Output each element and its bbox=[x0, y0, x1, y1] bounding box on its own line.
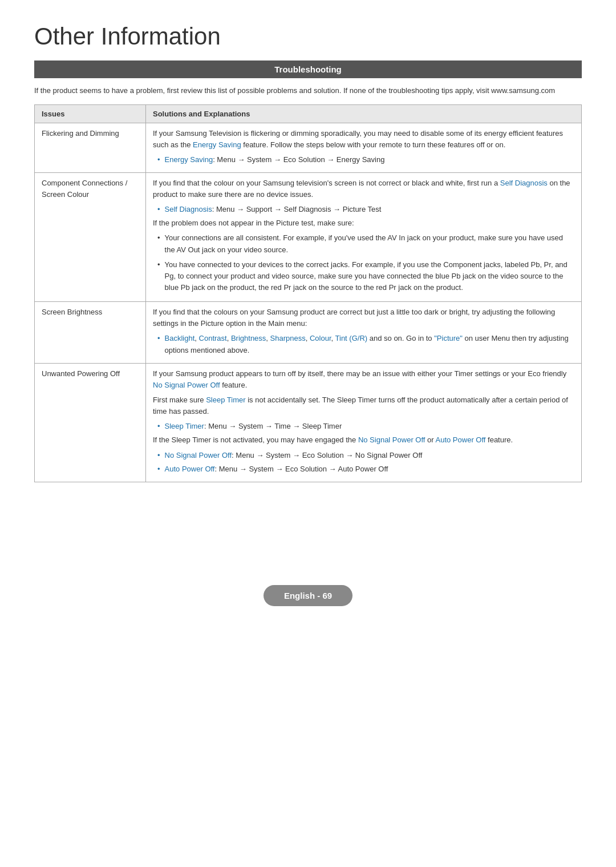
table-row: Component Connections /Screen Colour If … bbox=[35, 172, 582, 301]
colour-link: Colour bbox=[310, 334, 331, 342]
bullet-item: Your connections are all consistent. For… bbox=[157, 232, 574, 255]
path-bullet: Self Diagnosis: Menu → Support → Self Di… bbox=[157, 204, 574, 215]
energy-saving-link[interactable]: Energy Saving bbox=[193, 140, 241, 149]
page-number-badge: English - 69 bbox=[264, 585, 352, 606]
path-arrow: : Menu → System → Eco Solution → No Sign… bbox=[232, 451, 422, 459]
solution-para: If the problem does not appear in the Pi… bbox=[153, 217, 574, 229]
path-arrow: : Menu → System → Eco Solution → Auto Po… bbox=[214, 465, 388, 473]
path-text: Energy Saving: Menu → System → Eco Solut… bbox=[165, 154, 385, 166]
path-bullet: No Signal Power Off: Menu → System → Eco… bbox=[157, 450, 574, 461]
tint-link: Tint (G/R) bbox=[335, 334, 368, 342]
path-bullet: Auto Power Off: Menu → System → Eco Solu… bbox=[157, 463, 574, 475]
section-header: Troubleshooting bbox=[34, 61, 582, 78]
path-text: No Signal Power Off: Menu → System → Eco… bbox=[165, 450, 423, 461]
col-issues: Issues bbox=[35, 104, 146, 123]
path-text: Self Diagnosis: Menu → Support → Self Di… bbox=[165, 204, 382, 215]
bullet-text: You have connected to your devices to th… bbox=[165, 259, 574, 293]
path-arrow: : Menu → Support → Self Diagnosis → Pict… bbox=[212, 205, 382, 213]
brightness-link: Brightness bbox=[231, 334, 266, 342]
path-arrow: : Menu → System → Time → Sleep Timer bbox=[204, 422, 342, 430]
issue-cell: Flickering and Dimming bbox=[35, 123, 146, 172]
issue-cell: Component Connections /Screen Colour bbox=[35, 172, 146, 301]
table-row: Flickering and Dimming If your Samsung T… bbox=[35, 123, 582, 172]
solution-para: First make sure Sleep Timer is not accid… bbox=[153, 394, 574, 417]
sleep-timer-path-label: Sleep Timer bbox=[165, 422, 204, 430]
picture-link: "Picture" bbox=[434, 334, 463, 342]
table-row: Screen Brightness If you find that the c… bbox=[35, 302, 582, 364]
no-signal-power-off-link1: No Signal Power Off bbox=[153, 381, 220, 389]
issue-cell: Screen Brightness bbox=[35, 302, 146, 364]
col-solutions: Solutions and Explanations bbox=[146, 104, 582, 123]
troubleshooting-table: Issues Solutions and Explanations Flicke… bbox=[34, 104, 582, 482]
solution-para: If you find that the colour on your Sams… bbox=[153, 178, 574, 200]
solution-cell: If you find that the colour on your Sams… bbox=[146, 172, 582, 301]
intro-text: If the product seems to have a problem, … bbox=[34, 85, 582, 96]
self-diagnosis-link[interactable]: Self Diagnosis bbox=[500, 179, 548, 187]
auto-power-off-link: Auto Power Off bbox=[436, 435, 486, 444]
solution-cell: If you find that the colours on your Sam… bbox=[146, 302, 582, 364]
solution-cell: If your Samsung Television is flickering… bbox=[146, 123, 582, 172]
auto-power-path-label: Auto Power Off bbox=[165, 465, 215, 473]
sleep-timer-link: Sleep Timer bbox=[206, 396, 245, 404]
issue-cell: Unwanted Powering Off bbox=[35, 363, 146, 482]
energy-saving-path-label: Energy Saving bbox=[165, 155, 213, 164]
no-signal-power-off-link2: No Signal Power Off bbox=[358, 435, 425, 444]
path-text: Backlight, Contrast, Brightness, Sharpne… bbox=[165, 333, 574, 356]
contrast-link: Contrast bbox=[199, 334, 227, 342]
path-bullet: Energy Saving: Menu → System → Eco Solut… bbox=[157, 154, 574, 166]
no-signal-path-label: No Signal Power Off bbox=[165, 451, 232, 459]
page-title: Other Information bbox=[34, 23, 582, 50]
path-text: Sleep Timer: Menu → System → Time → Slee… bbox=[165, 421, 342, 432]
solution-para: If your Samsung Television is flickering… bbox=[153, 128, 574, 151]
solution-cell: If your Samsung product appears to turn … bbox=[146, 363, 582, 482]
path-arrow: : Menu → System → Eco Solution → Energy … bbox=[213, 155, 384, 164]
path-bullet: Sleep Timer: Menu → System → Time → Slee… bbox=[157, 421, 574, 432]
solution-para: If the Sleep Timer is not activated, you… bbox=[153, 434, 574, 446]
footer: English - 69 bbox=[34, 585, 582, 606]
table-row: Unwanted Powering Off If your Samsung pr… bbox=[35, 363, 582, 482]
backlight-link: Backlight bbox=[165, 334, 195, 342]
self-diagnosis-path-label: Self Diagnosis bbox=[165, 205, 212, 213]
path-bullet: Backlight, Contrast, Brightness, Sharpne… bbox=[157, 333, 574, 356]
solution-para: If your Samsung product appears to turn … bbox=[153, 368, 574, 391]
solution-para: If you find that the colours on your Sam… bbox=[153, 307, 574, 329]
bullet-text: Your connections are all consistent. For… bbox=[165, 232, 574, 255]
path-text: Auto Power Off: Menu → System → Eco Solu… bbox=[165, 463, 388, 475]
bullet-item: You have connected to your devices to th… bbox=[157, 259, 574, 293]
sharpness-link: Sharpness bbox=[270, 334, 306, 342]
